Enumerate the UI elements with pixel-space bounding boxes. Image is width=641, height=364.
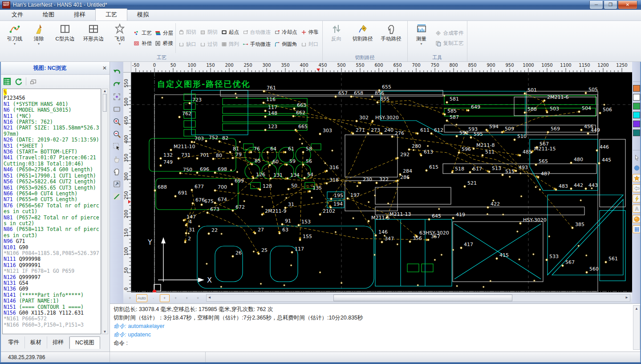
cut-time-summary: 切割时间（估计）：3分18.47秒，空移时间（估计）:7分2.365秒，总耗费时…: [114, 314, 637, 322]
nc-scrollbar[interactable]: ▲ ▼: [101, 89, 108, 334]
dropdown-arrow-icon[interactable]: ▼: [37, 43, 41, 45]
zoomout-button[interactable]: [112, 129, 122, 139]
view-toolbar: [110, 62, 123, 303]
ribbon-toggle-button[interactable]: 过切: [200, 41, 218, 48]
grid-tool-button[interactable]: [633, 225, 641, 233]
dropdown-arrow-icon[interactable]: ▼: [420, 43, 423, 45]
canvas-bottom-toolbar: +Auto·++++◄ ►: [123, 292, 632, 303]
ribbon-button[interactable]: 引刀线▼: [3, 22, 26, 54]
restore-button[interactable]: ❐: [604, 1, 617, 9]
snap-button-3[interactable]: ·: [149, 294, 158, 302]
command-log-line[interactable]: 命令:updatenc: [114, 331, 637, 339]
focus-button[interactable]: [112, 92, 122, 101]
scrollbar-thumb[interactable]: [333, 295, 512, 301]
pointer-tool-button[interactable]: [633, 154, 641, 162]
ribbon-toggle-button[interactable]: 倒圆角: [274, 41, 297, 48]
minimize-button[interactable]: ─: [589, 1, 603, 9]
external-button[interactable]: [112, 179, 122, 189]
drag-button[interactable]: [112, 154, 122, 164]
ribbon-toggle-button[interactable]: 起点: [221, 29, 239, 36]
select-button[interactable]: [112, 142, 122, 151]
layer-color-swatch-6[interactable]: [633, 129, 640, 136]
ribbon-toggle-button[interactable]: 自动微连: [243, 29, 271, 36]
redo-button[interactable]: [112, 80, 122, 89]
ribbon-small-button[interactable]: 补偿: [133, 40, 152, 47]
layer-color-swatch-5[interactable]: [633, 121, 640, 127]
snap-button-5[interactable]: +: [171, 294, 181, 302]
ball-tool-button[interactable]: [633, 215, 641, 223]
layer-color-swatch-4[interactable]: [633, 112, 640, 118]
canvas-horizontal-scrollbar[interactable]: ◄ ►: [206, 294, 630, 302]
part-number-label: 509: [505, 126, 514, 132]
menu-tab-5[interactable]: 模拟: [127, 9, 158, 20]
ribbon-small-button[interactable]: 工艺: [133, 30, 152, 36]
zoomin-button[interactable]: [112, 117, 122, 126]
ribbon-toggle-button[interactable]: 阳切: [179, 29, 196, 36]
panel-close-icon[interactable]: ✕: [100, 65, 110, 71]
layer-color-swatch-2[interactable]: [633, 94, 640, 101]
part-number-label: 655: [382, 84, 391, 90]
ribbon-toggle-button[interactable]: 手动微连: [243, 41, 271, 48]
ribbon-small-button[interactable]: 分层: [154, 30, 173, 36]
menu-tab-1[interactable]: 文件: [2, 9, 33, 20]
ribbon-button[interactable]: 反向: [325, 22, 348, 54]
fit-button[interactable]: [112, 105, 122, 114]
menu-tab-2[interactable]: 绘图: [33, 9, 64, 20]
ribbon-button[interactable]: C型共边: [51, 22, 79, 54]
arrowleft-tool-button[interactable]: [633, 184, 641, 192]
ribbon-toggle-button[interactable]: 封口: [301, 41, 319, 48]
snap-button-6[interactable]: +: [182, 294, 192, 302]
dropdown-arrow-icon[interactable]: ▼: [13, 43, 16, 45]
message-scrollbar[interactable]: ▲: [633, 305, 640, 350]
snap-button-4[interactable]: +: [160, 294, 170, 302]
layer-color-swatch-3[interactable]: [633, 103, 640, 109]
ncwin-button[interactable]: [29, 77, 38, 86]
ribbon-small-button[interactable]: 合成零件: [435, 30, 464, 36]
nc-code-view[interactable]: %P123456N1 (*SYSTEM HANS 401)N6 (*MODEL …: [2, 89, 101, 334]
ribbon-button[interactable]: 飞切▼: [108, 22, 131, 54]
ribbon-button[interactable]: 手动路径: [377, 22, 405, 54]
dock-tab-2[interactable]: 板材: [25, 336, 47, 348]
ribbon-button[interactable]: 切割路径: [349, 22, 377, 54]
layer-color-swatch-1[interactable]: [633, 85, 640, 92]
menu-tab-3[interactable]: 排样: [64, 9, 95, 20]
scroll-up-arrow[interactable]: ▲: [633, 306, 640, 311]
menu-tab-4[interactable]: 工艺: [95, 8, 127, 20]
nclist-button[interactable]: [3, 77, 12, 86]
star-tool-button[interactable]: [633, 174, 641, 182]
undo-button[interactable]: [112, 67, 122, 77]
bluecircle-tool-button[interactable]: [633, 164, 641, 172]
ribbon-toggle-button[interactable]: 阵列: [221, 41, 239, 48]
dock-tab-1[interactable]: 零件: [3, 336, 25, 348]
snap-button-1[interactable]: +: [125, 294, 135, 302]
dropdown-arrow-icon[interactable]: ▼: [118, 43, 122, 45]
ribbon-button[interactable]: 环形共边: [80, 22, 107, 54]
close-button[interactable]: ✕: [618, 1, 637, 9]
ncrefresh-button[interactable]: [14, 77, 23, 86]
dock-tab-3[interactable]: 排样: [47, 336, 69, 348]
ribbon-toggle-button[interactable]: 缺口: [179, 41, 196, 48]
svg-text:700: 700: [412, 63, 420, 68]
letterA-tool-button[interactable]: A: [633, 205, 641, 213]
command-log-line[interactable]: 命令:automakelayer: [114, 322, 637, 331]
snap-button-7[interactable]: +: [193, 294, 203, 302]
copyproc-icon: [435, 40, 442, 47]
scroll-right-arrow[interactable]: ►: [624, 295, 630, 300]
ribbon-small-button[interactable]: 桥接: [154, 40, 173, 47]
ribbon-toggle-button[interactable]: 冷却点: [274, 29, 297, 36]
auto-snap-button[interactable]: Auto: [136, 294, 147, 302]
part-number-label: 286: [400, 174, 410, 180]
ribbon-small-button[interactable]: 复制工艺: [435, 40, 464, 47]
ribbon-button[interactable]: 测量▼: [410, 22, 433, 54]
dock-tab-4[interactable]: NC视图: [69, 336, 100, 349]
nc-line: N146 (PART NAME:1): [4, 298, 100, 304]
bolt-tool-button[interactable]: [633, 194, 641, 202]
pan-button[interactable]: [112, 167, 122, 176]
scroll-left-arrow[interactable]: ◄: [207, 295, 213, 300]
draw-button[interactable]: [112, 192, 122, 201]
ribbon-toggle-button[interactable]: 阴切: [200, 29, 218, 36]
drawing-canvas[interactable]: 7617231166636626651171481237626556576588…: [131, 73, 632, 292]
ribbon-button[interactable]: 清除▼: [27, 22, 50, 54]
command-prompt[interactable]: 命令 :: [114, 339, 637, 348]
ribbon-toggle-button[interactable]: 停靠: [301, 29, 319, 36]
